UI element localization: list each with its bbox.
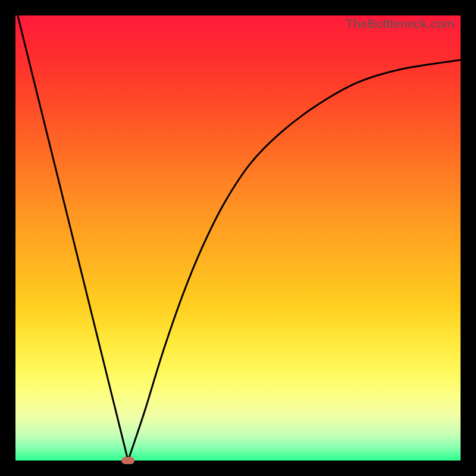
min-marker [121,457,134,464]
plot-area: TheBottleneck.com [15,15,461,461]
chart-frame: TheBottleneck.com [0,0,476,476]
watermark-text: TheBottleneck.com [346,17,455,31]
curve-path [18,15,461,461]
bottleneck-curve [15,15,461,461]
